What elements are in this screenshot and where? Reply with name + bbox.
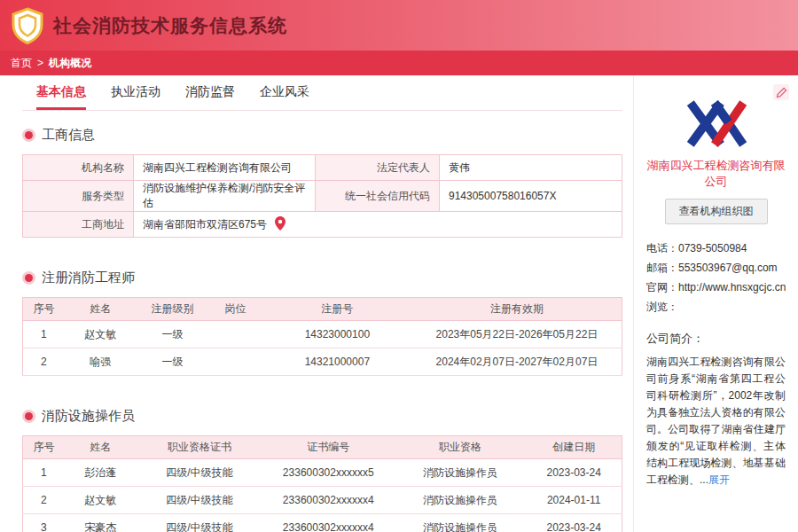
company-profile-title: 公司简介：: [646, 331, 786, 347]
app-title: 社会消防技术服务信息系统: [53, 13, 287, 38]
col-header-cert: 职业资格证书: [137, 436, 262, 459]
tab-bar: 基本信息 执业活动 消防监督 企业风采: [22, 77, 622, 111]
field-label-address: 工商地址: [23, 212, 134, 238]
cell: 14323000100: [262, 321, 412, 348]
table-row: 3 宋豪杰 四级/中级技能 233600302xxxxxx4 消防设施操作员 2…: [23, 514, 622, 532]
section-title-operators: 消防设施操作员: [42, 408, 135, 425]
cell: 2: [23, 348, 65, 376]
col-header-reg-level: 注册级别: [137, 298, 208, 321]
cell: 2024-01-11: [526, 487, 622, 514]
main-area: 基本信息 执业活动 消防监督 企业风采 工商信息 机构名称 湖南四兴工程检测咨询…: [0, 75, 798, 532]
col-header-post: 岗位: [208, 298, 262, 321]
cell: 233600302xxxxxx4: [262, 487, 395, 514]
tab-basic-info[interactable]: 基本信息: [36, 77, 86, 110]
section-head-business-info: 工商信息: [22, 127, 622, 144]
field-value-org-name: 湖南四兴工程检测咨询有限公司: [134, 155, 316, 181]
app-header: 社会消防技术服务信息系统: [0, 0, 798, 51]
location-pin-icon[interactable]: [275, 216, 286, 233]
cell: [208, 321, 262, 348]
cell: 消防设施操作员: [395, 514, 527, 532]
section-title-business-info: 工商信息: [42, 127, 95, 144]
cell: 233600302xxxxxx5: [262, 459, 395, 487]
cell: 14321000007: [262, 348, 412, 376]
breadcrumb-current: 机构概况: [49, 56, 91, 71]
cell: 一级: [137, 348, 208, 376]
field-label-credit-code: 统一社会信用代码: [316, 181, 440, 212]
profile-body: 湖南四兴工程检测咨询有限公司前身系“湖南省第四工程公司科研检测所”，2002年改…: [646, 356, 786, 486]
view-org-chart-button[interactable]: 查看机构组织图: [665, 199, 768, 224]
shield-logo-icon: [11, 7, 44, 44]
breadcrumb: 首页 > 机构概况: [0, 51, 798, 75]
table-row: 服务类型 消防设施维护保养检测/消防安全评估 统一社会信用代码 91430500…: [23, 181, 622, 212]
business-info-table: 机构名称 湖南四兴工程检测咨询有限公司 法定代表人 黄伟 服务类型 消防设施维护…: [22, 154, 622, 238]
field-label-org-name: 机构名称: [23, 155, 134, 181]
table-row: 2 赵文敏 四级/中级技能 233600302xxxxxx4 消防设施操作员 2…: [23, 487, 622, 514]
expand-link[interactable]: 展开: [708, 473, 730, 486]
breadcrumb-separator-icon: >: [37, 57, 43, 69]
table-header-row: 序号 姓名 职业资格证书 证书编号 职业资格 创建日期: [23, 436, 622, 459]
contact-phone: 电话：0739-5050984: [646, 239, 786, 258]
contact-value: 553503967@qq.com: [678, 262, 778, 274]
col-header-reg-no: 注册号: [262, 298, 412, 321]
col-header-qualification: 职业资格: [395, 436, 527, 459]
col-header-create-date: 创建日期: [526, 436, 622, 459]
cell: 喻强: [65, 348, 137, 376]
tab-practice-activity[interactable]: 执业活动: [111, 77, 160, 110]
col-header-seq: 序号: [23, 298, 65, 321]
contact-value: 0739-5050984: [678, 242, 747, 254]
cell: 2023-03-24: [526, 514, 622, 532]
section-bullet-icon: [25, 131, 33, 139]
company-profile-text: 湖南四兴工程检测咨询有限公司前身系“湖南省第四工程公司科研检测所”，2002年改…: [646, 354, 786, 489]
cell: 彭治蓬: [65, 459, 137, 487]
table-row: 机构名称 湖南四兴工程检测咨询有限公司 法定代表人 黄伟: [23, 155, 622, 181]
cell: 宋豪杰: [65, 514, 137, 532]
cell: 一级: [137, 321, 208, 348]
col-header-name: 姓名: [65, 298, 137, 321]
section-title-engineers: 注册消防工程师: [42, 270, 135, 286]
breadcrumb-home[interactable]: 首页: [11, 56, 32, 71]
col-header-reg-validity: 注册有效期: [412, 298, 622, 321]
contact-label: 邮箱：: [646, 262, 678, 274]
field-value-address: 湖南省邵阳市双清区675号: [134, 212, 622, 238]
col-header-seq: 序号: [23, 436, 65, 459]
cell: 2023年05月22日-2026年05月22日: [412, 321, 622, 348]
address-text: 湖南省邵阳市双清区675号: [143, 217, 267, 230]
cell: [208, 348, 262, 376]
contact-label: 官网：: [646, 281, 678, 293]
section-head-engineers: 注册消防工程师: [22, 270, 622, 286]
cell: 消防设施操作员: [395, 459, 527, 487]
company-name: 湖南四兴工程检测咨询有限公司: [646, 158, 786, 190]
section-head-operators: 消防设施操作员: [22, 408, 622, 425]
cell: 赵文敏: [65, 321, 137, 348]
field-value-service-type: 消防设施维护保养检测/消防安全评估: [134, 181, 316, 212]
col-header-name: 姓名: [65, 436, 137, 459]
company-panel: 湖南四兴工程检测咨询有限公司 查看机构组织图 电话：0739-5050984 邮…: [633, 75, 798, 532]
cell: 2: [23, 487, 65, 514]
contact-label: 浏览：: [646, 301, 678, 313]
cell: 2024年02月07日-2027年02月07日: [412, 348, 622, 376]
company-logo: [646, 98, 786, 153]
edit-icon[interactable]: [773, 84, 789, 100]
cell: 2023-03-24: [526, 459, 622, 487]
field-label-legal-rep: 法定代表人: [316, 155, 440, 181]
table-row: 1 赵文敏 一级 14323000100 2023年05月22日-2026年05…: [23, 321, 622, 348]
section-bullet-icon: [25, 412, 33, 420]
cell: 1: [23, 459, 65, 487]
table-row: 1 彭治蓬 四级/中级技能 233600302xxxxxx5 消防设施操作员 2…: [23, 459, 622, 487]
engineers-table: 序号 姓名 注册级别 岗位 注册号 注册有效期 1 赵文敏 一级 1432300…: [22, 297, 622, 376]
content-column: 基本信息 执业活动 消防监督 企业风采 工商信息 机构名称 湖南四兴工程检测咨询…: [0, 75, 633, 532]
contact-label: 电话：: [646, 242, 678, 254]
cell: 233600302xxxxxx4: [262, 514, 395, 532]
table-header-row: 序号 姓名 注册级别 岗位 注册号 注册有效期: [23, 298, 622, 321]
contact-website: 官网：http://www.hnsxgcjc.cn: [646, 278, 786, 297]
tab-company-gallery[interactable]: 企业风采: [260, 77, 309, 110]
tab-fire-supervision[interactable]: 消防监督: [185, 77, 235, 110]
col-header-cert-no: 证书编号: [262, 436, 395, 459]
cell: 1: [23, 321, 65, 348]
table-row: 2 喻强 一级 14321000007 2024年02月07日-2027年02月…: [23, 348, 622, 376]
cell: 3: [23, 514, 65, 532]
cell: 四级/中级技能: [137, 514, 262, 532]
cell: 赵文敏: [65, 487, 137, 514]
field-value-credit-code: 91430500758016057X: [440, 181, 622, 212]
contact-value website-link[interactable]: http://www.hnsxgcjc.cn: [678, 281, 786, 293]
